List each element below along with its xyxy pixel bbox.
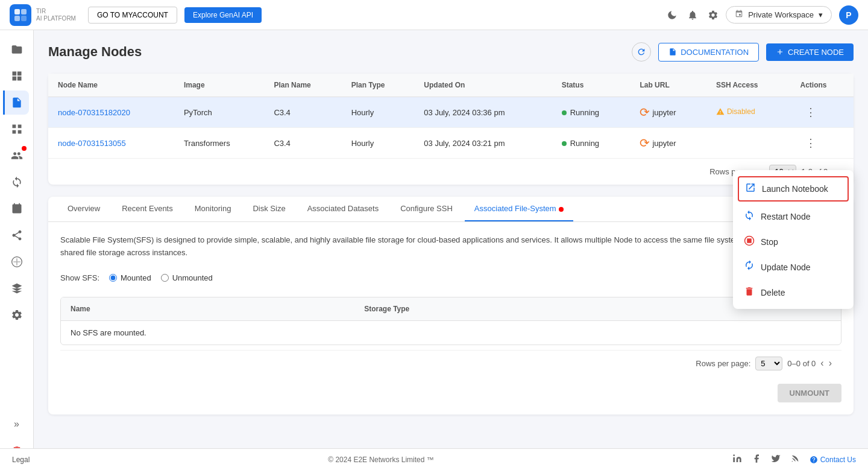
node-link[interactable]: node-070315182020 xyxy=(58,108,130,117)
col-actions: Actions xyxy=(791,74,854,97)
jupyter-link-2[interactable]: ⟳ jupyter xyxy=(640,136,676,150)
unmount-button[interactable]: UNMOUNT xyxy=(778,384,841,402)
footer-legal[interactable]: Legal xyxy=(12,456,30,464)
sfs-table-card: Name Storage Type No SFS are mounted. xyxy=(60,297,841,345)
stop-icon xyxy=(744,235,755,249)
go-to-myaccount-button[interactable]: GO TO MYACCOUNT xyxy=(88,7,177,24)
create-node-button[interactable]: CREATE NODE xyxy=(766,43,854,61)
unmounted-radio[interactable] xyxy=(161,274,169,282)
linkedin-icon[interactable] xyxy=(732,454,742,466)
sfs-radio-group: Mounted Unmounted xyxy=(109,273,213,282)
documentation-button[interactable]: DOCUMENTATION xyxy=(658,43,759,62)
delete-menu-item[interactable]: Delete xyxy=(733,280,854,305)
sidebar-item-dashboard[interactable] xyxy=(5,64,29,88)
sidebar-item-settings[interactable] xyxy=(5,303,29,327)
nodes-table-card: Node Name Image Plan Name Plan Type Upda… xyxy=(48,74,854,185)
tab-associated-filesystem[interactable]: Associated File-System xyxy=(465,197,573,221)
svg-point-8 xyxy=(791,461,792,462)
unmounted-label: Unmounted xyxy=(172,273,213,282)
sidebar-item-integrations[interactable] xyxy=(5,197,29,221)
rss-icon[interactable] xyxy=(790,454,800,466)
launch-notebook-menu-item[interactable]: Launch Notebook xyxy=(738,176,849,202)
page-header: Manage Nodes DOCUMENTATION CREATE NODE xyxy=(48,42,854,62)
create-node-label: CREATE NODE xyxy=(788,48,844,57)
jupyter-icon: ⟳ xyxy=(640,105,650,119)
facebook-icon[interactable] xyxy=(752,454,761,466)
sfs-filter: Show SFS: Mounted Unmounted xyxy=(60,269,841,287)
contact-us-link[interactable]: Contact Us xyxy=(810,456,856,464)
mounted-label: Mounted xyxy=(121,273,151,282)
workspace-chevron-icon: ▾ xyxy=(819,10,823,19)
unmounted-radio-item[interactable]: Unmounted xyxy=(161,273,213,282)
update-icon xyxy=(744,261,755,274)
actions-menu-button-2[interactable]: ⋮ xyxy=(800,135,821,151)
tab-overview[interactable]: Overview xyxy=(58,197,110,221)
update-node-menu-item[interactable]: Update Node xyxy=(733,255,854,280)
dark-mode-toggle[interactable] xyxy=(667,10,678,21)
refresh-button[interactable] xyxy=(632,42,651,62)
settings-button[interactable] xyxy=(708,10,719,21)
sidebar-item-nodes[interactable] xyxy=(3,91,29,115)
plan-type-cell: Hourly xyxy=(342,97,415,128)
col-updated-on: Updated On xyxy=(414,74,552,97)
tab-associated-datasets[interactable]: Associated Datasets xyxy=(298,197,389,221)
footer: Legal © 2024 E2E Networks Limited ™ Cont… xyxy=(0,448,868,470)
mounted-radio-item[interactable]: Mounted xyxy=(109,273,151,282)
tab-recent-events[interactable]: Recent Events xyxy=(112,197,183,221)
sidebar: » xyxy=(0,30,34,470)
sfs-table: Name Storage Type No SFS are mounted. xyxy=(61,297,841,345)
notifications-button[interactable] xyxy=(687,10,698,21)
jupyter-link[interactable]: ⟳ jupyter xyxy=(640,105,676,119)
table-row[interactable]: node-070315182020 PyTorch C3.4 Hourly 03… xyxy=(48,97,854,128)
restart-icon xyxy=(744,210,755,223)
table-header-row: Node Name Image Plan Name Plan Type Upda… xyxy=(48,74,854,97)
sidebar-item-folder[interactable] xyxy=(5,37,29,62)
svg-rect-2 xyxy=(14,16,20,21)
user-avatar-button[interactable]: P xyxy=(839,5,858,25)
node-link-2[interactable]: node-07031513055 xyxy=(58,139,126,148)
col-status: Status xyxy=(552,74,631,97)
actions-cell-2: ⋮ xyxy=(791,128,854,159)
svg-rect-1 xyxy=(21,9,27,14)
mounted-radio[interactable] xyxy=(109,274,117,282)
sidebar-item-share[interactable] xyxy=(5,223,29,247)
sfs-description: Scalable File System(SFS) is designed to… xyxy=(60,234,841,259)
col-lab-url: Lab URL xyxy=(630,74,706,97)
svg-rect-0 xyxy=(14,9,20,14)
main-content: Manage Nodes DOCUMENTATION CREATE NODE N… xyxy=(34,30,868,470)
sidebar-item-grid[interactable] xyxy=(5,117,29,141)
svg-point-7 xyxy=(733,454,735,456)
sfs-pagination-info: 0–0 of 0 xyxy=(787,359,816,368)
tab-monitoring[interactable]: Monitoring xyxy=(185,197,241,221)
sidebar-item-pipeline[interactable] xyxy=(5,170,29,194)
restart-node-label: Restart Node xyxy=(761,212,810,221)
stop-menu-item[interactable]: Stop xyxy=(733,229,854,255)
show-sfs-label: Show SFS: xyxy=(60,273,99,282)
status-dot xyxy=(562,110,567,115)
sfs-next-page-button[interactable]: › xyxy=(829,358,832,369)
node-name-cell-2: node-07031513055 xyxy=(48,128,174,159)
image-cell: PyTorch xyxy=(174,97,265,128)
actions-menu-button-1[interactable]: ⋮ xyxy=(800,104,821,120)
sfs-prev-page-button[interactable]: ‹ xyxy=(820,358,823,369)
stop-label: Stop xyxy=(761,237,778,247)
sidebar-item-team[interactable] xyxy=(5,144,29,168)
workspace-name: Private Workspace xyxy=(748,10,814,19)
table-row[interactable]: node-07031513055 Transformers C3.4 Hourl… xyxy=(48,128,854,159)
unmount-btn-area: UNMOUNT xyxy=(60,384,841,402)
twitter-icon[interactable] xyxy=(771,454,781,466)
workspace-icon xyxy=(735,10,743,20)
jupyter-label-2: jupyter xyxy=(652,139,676,148)
workspace-selector[interactable]: Private Workspace ▾ xyxy=(726,6,832,24)
explore-genai-api-button[interactable]: Explore GenAI API xyxy=(184,7,262,23)
sidebar-item-package[interactable] xyxy=(5,276,29,300)
sidebar-item-upload[interactable] xyxy=(5,250,29,274)
logo-text: TIRAI PLATFORM xyxy=(36,8,76,22)
restart-node-menu-item[interactable]: Restart Node xyxy=(733,204,854,229)
tab-disk-size[interactable]: Disk Size xyxy=(243,197,295,221)
sfs-rows-per-page-select[interactable]: 5 10 xyxy=(755,357,782,370)
filesystem-tab-dot xyxy=(559,207,564,212)
sidebar-expand-button[interactable]: » xyxy=(5,412,29,436)
team-badge xyxy=(22,146,27,151)
tab-configure-ssh[interactable]: Configure SSH xyxy=(391,197,462,221)
